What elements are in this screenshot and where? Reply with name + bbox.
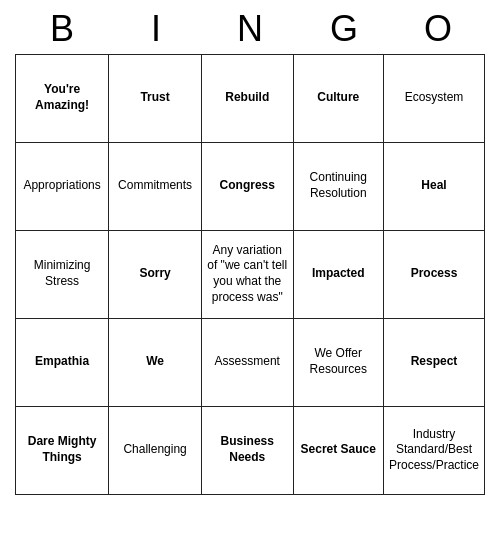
grid-cell-r2-c2: Any variation of "we can't tell you what… bbox=[201, 230, 293, 318]
grid-cell-r3-c2: Assessment bbox=[201, 318, 293, 406]
grid-row-0: You're Amazing!TrustRebuildCultureEcosys… bbox=[16, 54, 485, 142]
grid-cell-r0-c4: Ecosystem bbox=[383, 54, 484, 142]
grid-row-1: AppropriationsCommitmentsCongressContinu… bbox=[16, 142, 485, 230]
grid-cell-r4-c3: Secret Sauce bbox=[293, 406, 383, 494]
grid-cell-r2-c3: Impacted bbox=[293, 230, 383, 318]
grid-cell-r1-c0: Appropriations bbox=[16, 142, 109, 230]
grid-cell-r4-c2: Business Needs bbox=[201, 406, 293, 494]
grid-cell-r4-c4: Industry Standard/Best Process/Practice bbox=[383, 406, 484, 494]
grid-cell-r3-c3: We Offer Resources bbox=[293, 318, 383, 406]
header-letter-n: N bbox=[206, 8, 294, 50]
grid-cell-r3-c0: Empathia bbox=[16, 318, 109, 406]
grid-cell-r1-c4: Heal bbox=[383, 142, 484, 230]
grid-cell-r2-c4: Process bbox=[383, 230, 484, 318]
grid-cell-r0-c1: Trust bbox=[109, 54, 202, 142]
grid-row-2: Minimizing StressSorryAny variation of "… bbox=[16, 230, 485, 318]
header-letter-i: I bbox=[112, 8, 200, 50]
grid-row-3: EmpathiaWeAssessmentWe Offer ResourcesRe… bbox=[16, 318, 485, 406]
header-letter-b: B bbox=[18, 8, 106, 50]
header-letter-g: G bbox=[300, 8, 388, 50]
grid-cell-r4-c0: Dare Mighty Things bbox=[16, 406, 109, 494]
header-letter-o: O bbox=[394, 8, 482, 50]
grid-cell-r2-c1: Sorry bbox=[109, 230, 202, 318]
bingo-header: BINGO bbox=[15, 0, 485, 54]
grid-cell-r0-c0: You're Amazing! bbox=[16, 54, 109, 142]
grid-cell-r1-c2: Congress bbox=[201, 142, 293, 230]
grid-cell-r1-c1: Commitments bbox=[109, 142, 202, 230]
grid-cell-r1-c3: Continuing Resolution bbox=[293, 142, 383, 230]
grid-cell-r3-c4: Respect bbox=[383, 318, 484, 406]
grid-cell-r3-c1: We bbox=[109, 318, 202, 406]
grid-row-4: Dare Mighty ThingsChallengingBusiness Ne… bbox=[16, 406, 485, 494]
grid-cell-r4-c1: Challenging bbox=[109, 406, 202, 494]
grid-cell-r0-c2: Rebuild bbox=[201, 54, 293, 142]
grid-cell-r0-c3: Culture bbox=[293, 54, 383, 142]
grid-cell-r2-c0: Minimizing Stress bbox=[16, 230, 109, 318]
bingo-grid: You're Amazing!TrustRebuildCultureEcosys… bbox=[15, 54, 485, 495]
